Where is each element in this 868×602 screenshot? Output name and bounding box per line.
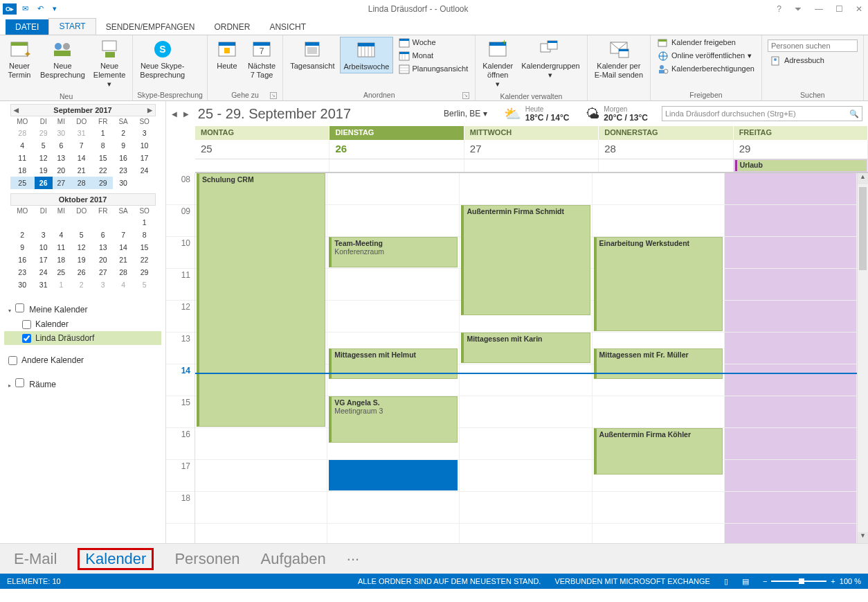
neue-skype-besprechung-button[interactable]: SNeue Skype- Besprechung <box>137 37 188 81</box>
mini-cal-day[interactable]: 28 <box>70 177 93 189</box>
mini-cal-day[interactable]: 6 <box>53 139 71 152</box>
time-slot[interactable] <box>460 173 591 205</box>
mini-cal-day[interactable]: 9 <box>113 139 133 152</box>
mini-cal-day[interactable]: 22 <box>93 164 113 177</box>
calendar-event[interactable]: Team-MeetingKonferenzraum <box>329 237 458 267</box>
mini-cal-day[interactable]: 1 <box>53 278 71 291</box>
tab-ansicht[interactable]: ANSICHT <box>260 19 316 35</box>
planungsansicht-button[interactable]: Planungsansicht <box>396 63 471 76</box>
mini-cal-day[interactable]: 17 <box>134 152 156 164</box>
mini-cal-day[interactable]: 8 <box>134 229 156 241</box>
heute-button[interactable]: Heute <box>212 37 242 72</box>
time-slot[interactable] <box>725 396 856 428</box>
neuer-termin-button[interactable]: ✦Neuer Termin <box>4 37 35 81</box>
online-veroeffentlichen-button[interactable]: Online veröffentlichen ▾ <box>655 50 757 62</box>
mini-cal-day[interactable] <box>134 177 156 189</box>
calendar-group-raeume[interactable]: Räume <box>4 375 161 392</box>
checkbox[interactable] <box>22 334 31 343</box>
mini-cal-day[interactable]: 15 <box>134 241 156 254</box>
time-slot[interactable] <box>460 396 591 428</box>
time-slot[interactable] <box>725 492 856 524</box>
mini-cal-day[interactable]: 21 <box>113 254 133 266</box>
monat-button[interactable]: Monat <box>396 50 471 62</box>
time-slot[interactable] <box>327 269 459 301</box>
mini-cal-day[interactable]: 24 <box>35 266 53 278</box>
time-slot[interactable] <box>460 460 591 492</box>
time-slot[interactable] <box>327 492 459 524</box>
zoom-slider[interactable]: − + 100 % <box>763 577 861 585</box>
time-slot[interactable] <box>725 173 856 205</box>
mini-cal-day[interactable]: 31 <box>35 278 53 291</box>
ribbon-display-icon[interactable]: ⏷ <box>791 4 805 14</box>
mini-cal-day[interactable]: 20 <box>53 164 71 177</box>
kalender-per-email-button[interactable]: Kalender per E-Mail senden <box>592 37 646 81</box>
time-slot[interactable] <box>327 205 459 237</box>
vertical-scrollbar[interactable]: ▲ ▼ <box>857 173 868 543</box>
time-slot[interactable] <box>725 333 856 364</box>
checkbox[interactable] <box>15 378 24 387</box>
mini-cal-day[interactable]: 27 <box>93 266 113 278</box>
mini-cal-day[interactable]: 3 <box>93 278 113 291</box>
mini-cal-day[interactable]: 19 <box>70 254 93 266</box>
mini-cal-day[interactable]: 5 <box>35 139 53 152</box>
mini-cal-day[interactable]: 15 <box>93 152 113 164</box>
day-column-thu[interactable]: Einarbeitung WerkstudentMittagessen mit … <box>593 173 725 543</box>
time-slot[interactable] <box>593 173 724 205</box>
selected-timeslot[interactable] <box>329 460 458 490</box>
calendar-group-meine[interactable]: Meine Kalender <box>4 301 161 317</box>
minimize-button[interactable]: — <box>812 4 826 14</box>
day-column-tue[interactable]: Team-MeetingKonferenzraumMittagessen mit… <box>327 173 460 543</box>
mini-cal-day[interactable]: 1 <box>134 216 156 229</box>
time-slot[interactable] <box>725 428 856 460</box>
scroll-thumb[interactable] <box>859 187 867 270</box>
zoom-in-icon[interactable]: + <box>831 577 835 585</box>
time-slot[interactable] <box>460 428 591 460</box>
allday-cell[interactable]: Urlaub <box>734 159 868 172</box>
mini-cal-day[interactable]: 11 <box>10 152 35 164</box>
prev-month-icon[interactable]: ◀ <box>14 107 19 114</box>
kalenderberechtigungen-button[interactable]: Kalenderberechtigungen <box>655 63 757 76</box>
mini-cal-day[interactable]: 21 <box>70 164 93 177</box>
send-receive-icon[interactable]: ✉ <box>22 4 32 14</box>
dialog-launcher-icon[interactable]: ↘ <box>462 92 469 99</box>
calendar-event[interactable]: Mittagessen mit Karin <box>461 333 590 363</box>
time-slot[interactable] <box>725 269 856 301</box>
mini-cal-day[interactable]: 4 <box>10 139 35 152</box>
tab-senden-empfangen[interactable]: SENDEN/EMPFANGEN <box>96 19 205 35</box>
calendar-event[interactable]: Mittagessen mit Fr. Müller <box>594 348 723 379</box>
calendar-search-input[interactable]: Linda Dräusdorf durchsuchen (Strg+E)🔍 <box>662 106 862 121</box>
calendar-event[interactable]: Außentermin Firma Schmidt <box>461 205 590 315</box>
time-slot[interactable] <box>460 492 591 524</box>
calendar-event[interactable]: Mittagessen mit Helmut <box>329 348 458 379</box>
kalender-freigeben-button[interactable]: Kalender freigeben <box>655 37 757 49</box>
mini-cal-day[interactable]: 7 <box>113 229 133 241</box>
date-header[interactable]: 27 <box>464 140 599 159</box>
date-header[interactable]: 25 <box>195 140 329 159</box>
tab-ordner[interactable]: ORDNER <box>204 19 260 35</box>
mini-cal-day[interactable]: 13 <box>93 241 113 254</box>
time-slot[interactable] <box>725 205 856 237</box>
dialog-launcher-icon[interactable]: ↘ <box>270 92 277 99</box>
date-header[interactable]: 28 <box>599 140 733 159</box>
mini-cal-day[interactable]: 23 <box>10 266 35 278</box>
mini-cal-day[interactable] <box>113 216 133 229</box>
mini-cal-day[interactable]: 9 <box>10 241 35 254</box>
allday-cell[interactable] <box>464 159 599 172</box>
calendar-item-andere[interactable]: Andere Kalender <box>4 353 161 367</box>
allday-cell[interactable] <box>599 159 733 172</box>
event-urlaub[interactable]: Urlaub <box>735 160 866 171</box>
time-slot[interactable] <box>195 460 327 492</box>
mini-cal-day[interactable] <box>93 216 113 229</box>
mini-cal-day[interactable]: 5 <box>134 278 156 291</box>
mini-cal-day[interactable] <box>53 216 71 229</box>
mini-cal-day[interactable]: 12 <box>35 152 53 164</box>
kalendergruppen-button[interactable]: Kalendergruppen ▾ <box>518 37 582 81</box>
mini-cal-day[interactable]: 27 <box>53 177 71 189</box>
time-slot[interactable] <box>593 205 724 237</box>
personen-suchen-input[interactable] <box>768 39 858 52</box>
mini-cal-day[interactable]: 26 <box>35 177 53 189</box>
neue-elemente-button[interactable]: Neue Elemente ▾ <box>91 37 128 91</box>
checkbox[interactable] <box>15 303 24 312</box>
mini-cal-day[interactable]: 30 <box>10 278 35 291</box>
checkbox[interactable] <box>8 356 17 365</box>
